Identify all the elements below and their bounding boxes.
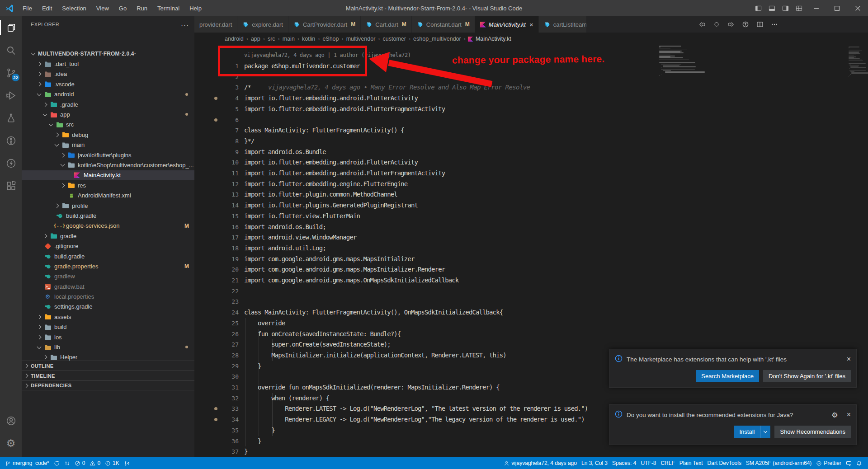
gitlens-icon[interactable] xyxy=(0,129,22,152)
tree-item-local-properties[interactable]: ⚙local.properties xyxy=(22,291,194,301)
tree-item-dart-tool[interactable]: .dart_tool xyxy=(22,59,194,69)
install-button[interactable]: Install xyxy=(734,426,771,438)
tree-item-gradle-properties[interactable]: gradle.propertiesM xyxy=(22,261,194,271)
status-branch-status[interactable]: merging_code* xyxy=(3,457,52,469)
customize-layout-icon[interactable] xyxy=(792,0,806,16)
install-dropdown-icon[interactable] xyxy=(760,431,770,432)
navigate-forward-icon[interactable] xyxy=(726,19,736,29)
tree-item-app[interactable]: app xyxy=(22,109,194,119)
tab-cart-dart[interactable]: Cart.dartM xyxy=(361,16,412,33)
status-device[interactable]: SM A205F (android-arm64) xyxy=(744,457,814,469)
section-outline[interactable]: OUTLINE xyxy=(22,361,194,371)
status-feedback[interactable] xyxy=(844,457,854,469)
section-dependencies[interactable]: DEPENDENCIES xyxy=(22,380,194,390)
notification-close-icon[interactable]: × xyxy=(847,355,851,363)
restore-icon[interactable] xyxy=(826,0,847,16)
section-timeline[interactable]: TIMELINE xyxy=(22,371,194,380)
breadcrumb-item-customer[interactable]: customer xyxy=(382,36,407,42)
thunder-client-icon[interactable] xyxy=(0,152,22,174)
code-editor[interactable]: vijayvaghela72, 4 days ago | 1 author (v… xyxy=(194,45,868,457)
tree-item-ios[interactable]: ios xyxy=(22,332,194,342)
tree-item-debug[interactable]: debug xyxy=(22,130,194,140)
menu-item-help[interactable]: Help xyxy=(185,3,206,14)
tree-item-idea[interactable]: .idea xyxy=(22,69,194,79)
status-encoding[interactable]: UTF-8 xyxy=(638,457,658,469)
tree-item-android[interactable]: android xyxy=(22,89,194,99)
explorer-icon[interactable] xyxy=(0,16,22,39)
tab-explore-dart[interactable]: explore.dart xyxy=(237,16,288,33)
tree-item-androidmanifest-xml[interactable]: AndroidManifest.xml xyxy=(22,190,194,200)
breadcrumb-item-main[interactable]: main xyxy=(282,36,296,42)
tab-close-icon[interactable]: × xyxy=(529,21,533,28)
menu-item-selection[interactable]: Selection xyxy=(58,3,90,14)
status-cursor-position[interactable]: Ln 3, Col 3 xyxy=(579,457,610,469)
tree-item-gradlew[interactable]: gradlew xyxy=(22,272,194,281)
tree-item-profile[interactable]: profile xyxy=(22,201,194,211)
tree-item-main[interactable]: main xyxy=(22,140,194,150)
tree-item-build-gradle[interactable]: build.gradle xyxy=(22,251,194,261)
testing-icon[interactable] xyxy=(0,107,22,129)
menu-item-run[interactable]: Run xyxy=(132,3,151,14)
menu-item-go[interactable]: Go xyxy=(115,3,131,14)
more-actions-icon[interactable] xyxy=(769,19,779,29)
tab-provider-dart[interactable]: provider.dart xyxy=(194,16,237,33)
accounts-icon[interactable] xyxy=(0,409,22,432)
menu-item-edit[interactable]: Edit xyxy=(38,3,56,14)
menu-item-view[interactable]: View xyxy=(92,3,113,14)
breadcrumb-item-multivendor[interactable]: multivendor xyxy=(345,36,377,42)
tree-item-lib[interactable]: lib xyxy=(22,342,194,352)
breadcrumb-item-src[interactable]: src xyxy=(267,36,276,42)
minimize-icon[interactable] xyxy=(806,0,826,16)
menu-item-terminal[interactable]: Terminal xyxy=(153,3,184,14)
tab-constant-dart[interactable]: Constant.dartM xyxy=(412,16,475,33)
extensions-icon[interactable] xyxy=(0,174,22,197)
breadcrumb-item-eshop[interactable]: eShop xyxy=(321,36,340,42)
status-language-mode[interactable]: Plain Text xyxy=(677,457,705,469)
breadcrumb-item-android[interactable]: android xyxy=(224,36,245,42)
tree-item-build[interactable]: build xyxy=(22,322,194,332)
dont-show-again-button[interactable]: Don't Show Again for '.kt' files xyxy=(763,370,851,382)
tree-item-assets[interactable]: assets xyxy=(22,312,194,322)
search-icon[interactable] xyxy=(0,39,22,61)
tree-item-gradle[interactable]: .gradle xyxy=(22,99,194,109)
tree-item-kotlin-eshop-multivendor-customer-eshop[interactable]: kotlin\eShop\multivendor\customer\eshop_… xyxy=(22,160,194,170)
breadcrumb-item-kotlin[interactable]: kotlin xyxy=(301,36,316,42)
navigate-back-icon[interactable] xyxy=(697,19,707,29)
run-debug-icon[interactable] xyxy=(0,84,22,107)
tree-item-src[interactable]: src xyxy=(22,120,194,130)
notification-close-icon[interactable]: × xyxy=(847,411,851,419)
status-dart-devtools[interactable]: Dart DevTools xyxy=(705,457,744,469)
tree-item-google-services-json[interactable]: {..}google-services.jsonM xyxy=(22,221,194,231)
breadcrumb-item-eshop-multivendor[interactable]: eshop_multivendor xyxy=(412,36,462,42)
notification-settings-gear-icon[interactable]: ⚙ xyxy=(831,411,838,419)
status-compare[interactable] xyxy=(62,457,72,469)
status-prettier[interactable]: Prettier xyxy=(814,457,844,469)
tree-item-mainactivity-kt[interactable]: MainActivity.kt xyxy=(22,170,194,180)
outline-circle-icon[interactable] xyxy=(712,19,722,29)
breadcrumb-item-app[interactable]: app xyxy=(250,36,261,42)
status-infos[interactable]: 1K xyxy=(103,457,122,469)
tree-item-settings-gradle[interactable]: settings.gradle xyxy=(22,302,194,312)
close-icon[interactable] xyxy=(847,0,868,16)
status-sync[interactable] xyxy=(52,457,62,469)
toggle-sidebar-icon[interactable] xyxy=(751,0,765,16)
tree-item-gradlew-bat[interactable]: >_gradlew.bat xyxy=(22,281,194,291)
tab-cartprovider-dart[interactable]: CartProvider.dartM xyxy=(288,16,361,33)
settings-gear-icon[interactable]: ⚙ xyxy=(0,432,22,455)
tree-item-res[interactable]: res xyxy=(22,180,194,190)
status-notifications-bell[interactable] xyxy=(854,457,864,469)
status-run-branch[interactable] xyxy=(122,457,132,469)
gitlens-compare-icon[interactable] xyxy=(741,19,750,29)
toggle-secondary-sidebar-icon[interactable] xyxy=(778,0,792,16)
breadcrumb-item-mainactivity-kt[interactable]: MainActivity.kt xyxy=(467,36,511,42)
show-recommendations-button[interactable]: Show Recommendations xyxy=(774,426,851,438)
toggle-panel-icon[interactable] xyxy=(765,0,778,16)
tree-item-multivendor-startt-from-2-0-4[interactable]: MULTIVENDOR-STARTT-FROM-2.0.4- xyxy=(22,49,194,59)
split-editor-icon[interactable] xyxy=(755,19,765,29)
tree-item-gitignore[interactable]: .gitignore xyxy=(22,241,194,251)
status-blame[interactable]: vijayvaghela72, 4 days ago xyxy=(501,457,579,469)
search-marketplace-button[interactable]: Search Marketplace xyxy=(696,370,759,382)
tree-item-gradle[interactable]: gradle xyxy=(22,231,194,241)
tree-item-vscode[interactable]: .vscode xyxy=(22,79,194,89)
source-control-icon[interactable]: 22 xyxy=(0,61,22,84)
